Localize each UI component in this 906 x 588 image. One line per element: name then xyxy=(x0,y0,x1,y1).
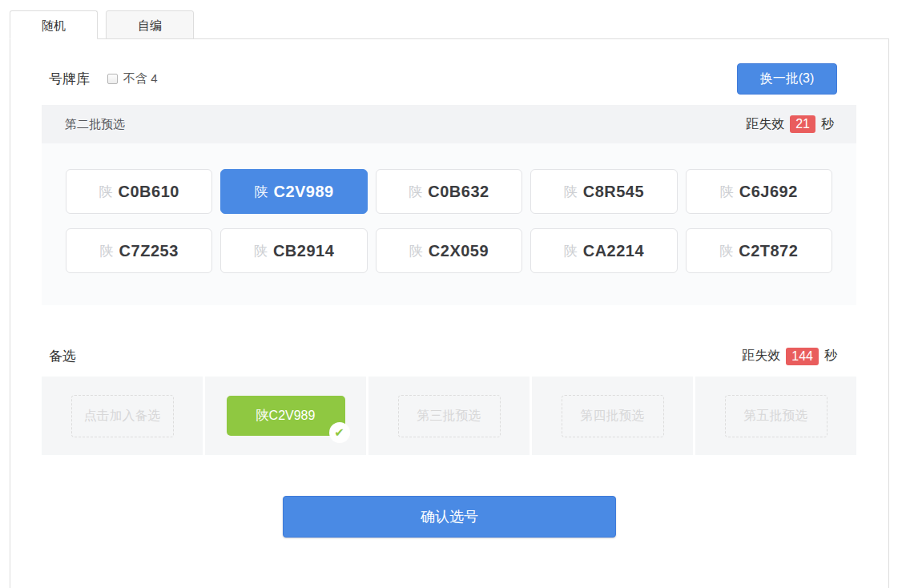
tab-random[interactable]: 随机 xyxy=(10,10,98,39)
plate-number: C0B632 xyxy=(428,183,489,201)
expiry-countdown-badge: 21 xyxy=(790,115,815,133)
plate-card[interactable]: 陕C7Z253 xyxy=(66,228,212,273)
plate-number: C7Z253 xyxy=(119,242,179,260)
batch-title: 第二批预选 xyxy=(65,117,125,132)
plate-card[interactable]: 陕CB2914 xyxy=(220,228,367,273)
expiry-prefix-label: 距失效 xyxy=(746,116,784,133)
alternatives-header-row: 备选 距失效 144 秒 xyxy=(49,347,837,365)
plate-number: C8R545 xyxy=(583,183,644,201)
expiry-countdown-badge: 144 xyxy=(786,348,819,365)
plate-prefix: 陕 xyxy=(254,242,268,260)
alternatives-band: 点击加入备选陕C2V989✔第三批预选第四批预选第五批预选 xyxy=(42,377,856,455)
alternative-slot-label: 陕C2V989 xyxy=(256,408,316,425)
alternative-slot-placeholder[interactable]: 第四批预选 xyxy=(562,395,664,437)
plate-card[interactable]: 陕C2T872 xyxy=(686,228,832,273)
library-header-row: 号牌库 不含 4 换一批(3) xyxy=(49,63,837,95)
alternative-slot-cell: 陕C2V989✔ xyxy=(205,377,366,455)
plate-selection-panel: 号牌库 不含 4 换一批(3) 第二批预选 距失效 21 秒 陕C0B610陕C… xyxy=(10,38,889,588)
exclude-4-label: 不含 4 xyxy=(123,71,158,87)
plate-prefix: 陕 xyxy=(99,183,113,201)
plate-card[interactable]: 陕C6J692 xyxy=(686,169,832,214)
plate-number: C2X059 xyxy=(429,242,489,260)
plate-card[interactable]: 陕C0B632 xyxy=(376,169,522,214)
plate-prefix: 陕 xyxy=(720,183,734,201)
exclude-4-filter: 不含 4 xyxy=(107,71,158,87)
batch-section: 第二批预选 距失效 21 秒 陕C0B610陕C2V989陕C0B632陕C8R… xyxy=(42,105,856,305)
plate-prefix: 陕 xyxy=(564,242,578,260)
alternative-slot-cell: 点击加入备选 xyxy=(42,377,203,455)
expiry-prefix-label: 距失效 xyxy=(742,348,780,364)
plate-prefix: 陕 xyxy=(254,183,268,201)
plate-prefix: 陕 xyxy=(100,242,114,260)
plate-card[interactable]: 陕C2X059 xyxy=(376,228,522,273)
batch-expiry: 距失效 21 秒 xyxy=(746,115,834,133)
exclude-4-checkbox[interactable] xyxy=(107,74,118,84)
plate-number: CA2214 xyxy=(583,242,644,260)
expiry-suffix-label: 秒 xyxy=(821,116,834,133)
alternative-slot-cell: 第四批预选 xyxy=(532,377,693,455)
plate-card[interactable]: 陕C0B610 xyxy=(66,169,212,214)
batch-header: 第二批预选 距失效 21 秒 xyxy=(42,105,856,143)
plate-card[interactable]: 陕C2V989 xyxy=(220,169,367,214)
alternative-slot-placeholder[interactable]: 点击加入备选 xyxy=(71,395,174,437)
expiry-suffix-label: 秒 xyxy=(824,348,837,364)
alternative-slot-cell: 第三批预选 xyxy=(368,377,530,455)
plate-number: C6J692 xyxy=(739,183,798,201)
plate-grid: 陕C0B610陕C2V989陕C0B632陕C8R545陕C6J692陕C7Z2… xyxy=(66,169,832,273)
batch-body: 陕C0B610陕C2V989陕C0B632陕C8R545陕C6J692陕C7Z2… xyxy=(42,143,856,305)
alternative-slot-cell: 第五批预选 xyxy=(695,377,856,455)
alternative-slot-placeholder[interactable]: 第五批预选 xyxy=(725,395,827,437)
plate-card[interactable]: 陕C8R545 xyxy=(530,169,677,214)
plate-prefix: 陕 xyxy=(409,183,422,201)
tab-bar: 随机自编 xyxy=(0,0,906,39)
plate-prefix: 陕 xyxy=(719,242,733,260)
tab-custom[interactable]: 自编 xyxy=(106,10,194,39)
plate-prefix: 陕 xyxy=(409,242,423,260)
check-icon: ✔ xyxy=(329,422,350,443)
library-title: 号牌库 xyxy=(49,70,90,88)
plate-number: C2T872 xyxy=(739,242,798,260)
alternative-slot-selected[interactable]: 陕C2V989✔ xyxy=(227,396,345,436)
alternatives-title: 备选 xyxy=(49,347,76,365)
plate-number: CB2914 xyxy=(273,242,334,260)
refresh-batch-button[interactable]: 换一批(3) xyxy=(737,63,837,95)
confirm-selection-button[interactable]: 确认选号 xyxy=(283,496,616,538)
plate-number: C2V989 xyxy=(273,183,333,201)
alternative-slot-placeholder[interactable]: 第三批预选 xyxy=(398,395,501,437)
plate-card[interactable]: 陕CA2214 xyxy=(530,228,677,273)
alternatives-expiry: 距失效 144 秒 xyxy=(742,348,837,365)
plate-prefix: 陕 xyxy=(564,183,578,201)
plate-number: C0B610 xyxy=(119,183,179,201)
